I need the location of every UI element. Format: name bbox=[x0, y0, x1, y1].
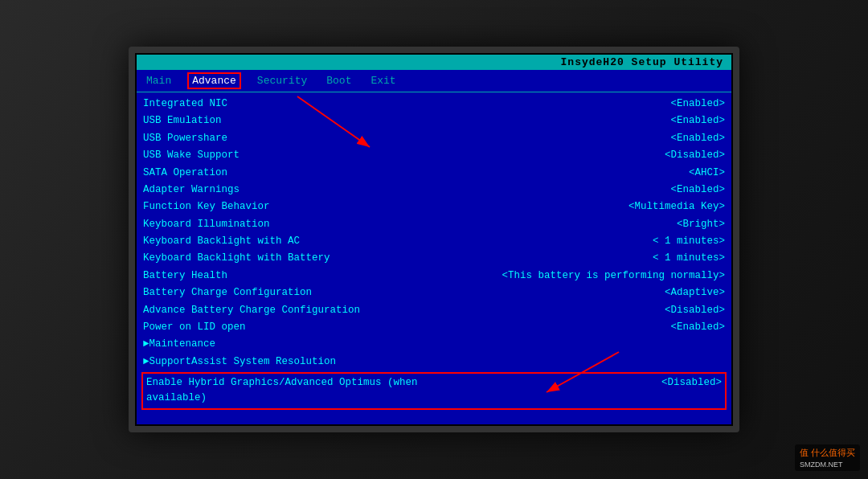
value-integrated-nic: <Enabled> bbox=[670, 96, 725, 112]
value-battery-health: <This battery is performing normally> bbox=[502, 268, 725, 284]
laptop-background: InsydeH20 Setup Utility Main Advance Sec… bbox=[0, 0, 868, 479]
label-battery-charge-config: Battery Charge Configuration bbox=[143, 285, 408, 301]
settings-list: Integrated NIC <Enabled> USB Emulation <… bbox=[137, 92, 731, 420]
title-bar: InsydeH20 Setup Utility bbox=[137, 55, 731, 70]
bios-title: InsydeH20 Setup Utility bbox=[561, 56, 723, 68]
setting-row-usb-powershare[interactable]: USB Powershare <Enabled> bbox=[143, 130, 725, 147]
menu-advance[interactable]: Advance bbox=[187, 72, 241, 89]
setting-row-battery-health[interactable]: Battery Health <This battery is performi… bbox=[143, 268, 725, 285]
label-usb-wake: USB Wake Support bbox=[143, 148, 408, 163]
value-kb-illumination: <Bright> bbox=[677, 217, 725, 232]
watermark-text: 值 什么值得买 bbox=[800, 448, 855, 457]
setting-row-hybrid-graphics[interactable]: Enable Hybrid Graphics/Advanced Optimus … bbox=[141, 372, 727, 410]
value-advance-battery-charge: <Disabled> bbox=[665, 303, 725, 318]
value-usb-emulation: <Enabled> bbox=[670, 113, 725, 129]
menu-exit[interactable]: Exit bbox=[367, 74, 399, 88]
watermark: 值 什么值得买 SMZDM.NET bbox=[795, 444, 860, 471]
screen-bezel: InsydeH20 Setup Utility Main Advance Sec… bbox=[129, 47, 739, 432]
value-usb-wake: <Disabled> bbox=[665, 148, 725, 163]
value-hybrid-graphics: <Disabled> bbox=[661, 375, 722, 407]
label-battery-health: Battery Health bbox=[143, 268, 408, 284]
watermark-site: SMZDM.NET bbox=[800, 461, 843, 469]
setting-row-function-key[interactable]: Function Key Behavior <Multimedia Key> bbox=[143, 199, 725, 215]
content-area: Integrated NIC <Enabled> USB Emulation <… bbox=[137, 92, 731, 420]
setting-row-adapter-warnings[interactable]: Adapter Warnings <Enabled> bbox=[143, 182, 725, 199]
value-power-lid: <Enabled> bbox=[670, 320, 725, 335]
label-integrated-nic: Integrated NIC bbox=[143, 96, 408, 112]
value-function-key: <Multimedia Key> bbox=[628, 199, 725, 215]
label-power-lid: Power on LID open bbox=[143, 320, 408, 335]
label-adapter-warnings: Adapter Warnings bbox=[143, 182, 408, 198]
value-usb-powershare: <Enabled> bbox=[670, 131, 725, 146]
menu-main[interactable]: Main bbox=[143, 74, 174, 88]
setting-row-usb-emulation[interactable]: USB Emulation <Enabled> bbox=[143, 113, 725, 129]
label-sata: SATA Operation bbox=[143, 166, 408, 181]
value-kb-backlight-ac: < 1 minutes> bbox=[653, 234, 725, 249]
label-supportassist: ►SupportAssist System Resolution bbox=[143, 354, 408, 370]
label-kb-illumination: Keyboard Illumination bbox=[143, 217, 408, 232]
value-kb-backlight-battery: < 1 minutes> bbox=[653, 251, 725, 266]
label-maintenance: ►Maintenance bbox=[143, 337, 408, 352]
menu-security[interactable]: Security bbox=[254, 74, 310, 88]
setting-row-advance-battery-charge[interactable]: Advance Battery Charge Configuration <Di… bbox=[143, 302, 725, 319]
setting-row-kb-backlight-ac[interactable]: Keyboard Backlight with AC < 1 minutes> bbox=[143, 233, 725, 250]
bios-screen: InsydeH20 Setup Utility Main Advance Sec… bbox=[137, 55, 731, 424]
setting-row-integrated-nic[interactable]: Integrated NIC <Enabled> bbox=[143, 96, 725, 113]
setting-row-usb-wake[interactable]: USB Wake Support <Disabled> bbox=[143, 147, 725, 164]
menu-bar: Main Advance Security Boot Exit bbox=[137, 70, 731, 92]
label-usb-powershare: USB Powershare bbox=[143, 131, 408, 146]
label-advance-battery-charge: Advance Battery Charge Configuration bbox=[143, 303, 408, 318]
label-function-key: Function Key Behavior bbox=[143, 199, 408, 215]
label-kb-backlight-ac: Keyboard Backlight with AC bbox=[143, 234, 408, 249]
label-kb-backlight-battery: Keyboard Backlight with Battery bbox=[143, 251, 408, 266]
value-adapter-warnings: <Enabled> bbox=[670, 182, 725, 198]
label-usb-emulation: USB Emulation bbox=[143, 113, 408, 129]
setting-row-kb-backlight-battery[interactable]: Keyboard Backlight with Battery < 1 minu… bbox=[143, 250, 725, 267]
setting-row-power-lid[interactable]: Power on LID open <Enabled> bbox=[143, 319, 725, 336]
setting-row-supportassist[interactable]: ►SupportAssist System Resolution bbox=[143, 354, 725, 371]
value-sata: <AHCI> bbox=[689, 166, 725, 181]
label-hybrid-graphics: Enable Hybrid Graphics/Advanced Optimus … bbox=[146, 375, 418, 407]
setting-row-battery-charge-config[interactable]: Battery Charge Configuration <Adaptive> bbox=[143, 285, 725, 301]
setting-row-maintenance[interactable]: ►Maintenance bbox=[143, 336, 725, 353]
value-battery-charge-config: <Adaptive> bbox=[665, 285, 725, 301]
setting-row-sata[interactable]: SATA Operation <AHCI> bbox=[143, 165, 725, 182]
setting-row-kb-illumination[interactable]: Keyboard Illumination <Bright> bbox=[143, 216, 725, 233]
menu-boot[interactable]: Boot bbox=[323, 74, 354, 88]
